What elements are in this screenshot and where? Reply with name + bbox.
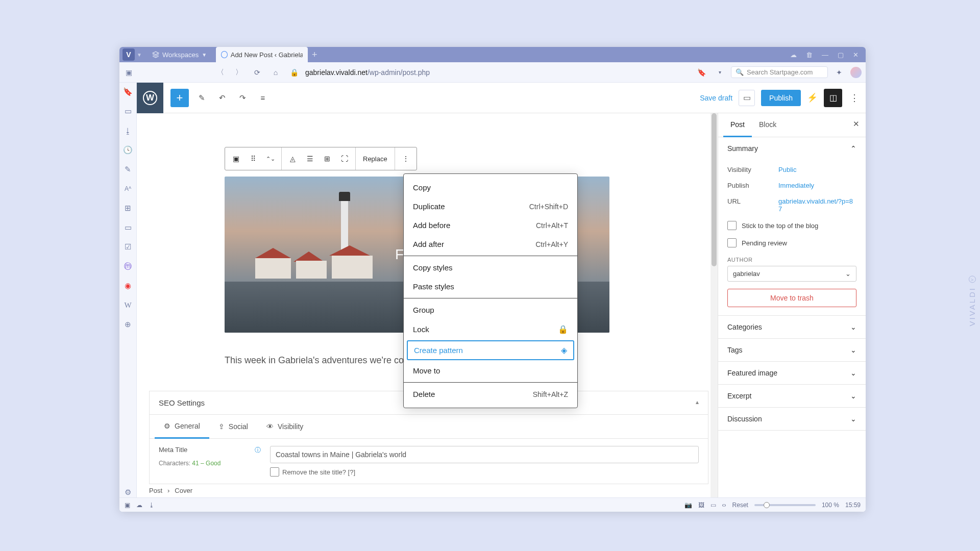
- wikipedia-panel-icon[interactable]: W: [123, 300, 133, 310]
- menu-group[interactable]: Group: [404, 300, 577, 319]
- pending-checkbox[interactable]: [727, 238, 737, 247]
- excerpt-heading[interactable]: Excerpt: [727, 392, 751, 400]
- jetpack-icon[interactable]: ⚡: [807, 92, 818, 103]
- featured-image-heading[interactable]: Featured image: [727, 369, 777, 377]
- profile-avatar[interactable]: [850, 67, 862, 78]
- redo-button[interactable]: ↷: [235, 90, 250, 106]
- workspaces-button[interactable]: Workspaces ▼: [147, 49, 212, 61]
- reading-list-icon[interactable]: ▭: [123, 106, 133, 116]
- zoom-slider[interactable]: [754, 504, 816, 506]
- block-type-icon[interactable]: ▣: [229, 152, 242, 165]
- wp-logo[interactable]: W: [137, 83, 163, 113]
- vivaldi-menu-caret-icon[interactable]: ▼: [137, 52, 142, 58]
- drag-handle-icon[interactable]: ⠿: [247, 152, 260, 165]
- post-paragraph[interactable]: This week in Gabriela's adventures we're…: [225, 355, 404, 366]
- move-to-trash-button[interactable]: Move to trash: [727, 289, 856, 307]
- downloads-panel-icon[interactable]: ⭳: [123, 126, 133, 136]
- position-icon[interactable]: ☰: [303, 152, 316, 165]
- chevron-down-icon[interactable]: ⌄: [850, 392, 856, 400]
- tasks-panel-icon[interactable]: ☑: [123, 242, 133, 252]
- settings-toggle-button[interactable]: ◫: [824, 89, 842, 107]
- menu-add-before[interactable]: Add beforeCtrl+Alt+T: [404, 216, 577, 235]
- close-button[interactable]: ✕: [853, 51, 859, 59]
- breadcrumb-cover[interactable]: Cover: [175, 487, 192, 494]
- forward-button[interactable]: 〉: [232, 65, 246, 80]
- home-button[interactable]: ⌂: [268, 65, 283, 80]
- chevron-up-icon[interactable]: ⌃: [850, 144, 856, 153]
- caret-icon[interactable]: ▾: [713, 65, 727, 80]
- permalink-link[interactable]: gabrielav.vivaldi.net/?p=87: [778, 197, 856, 213]
- author-select[interactable]: gabrielav⌄: [727, 266, 856, 282]
- extensions-icon[interactable]: ✦: [832, 65, 846, 80]
- seo-tab-visibility[interactable]: 👁Visibility: [257, 415, 312, 438]
- history-panel-icon[interactable]: 🕓: [123, 145, 133, 155]
- seo-tab-social[interactable]: ⇪Social: [209, 415, 257, 438]
- trash-icon[interactable]: 🗑: [806, 51, 813, 59]
- save-draft-button[interactable]: Save draft: [700, 94, 732, 102]
- menu-lock[interactable]: Lock🔒: [404, 319, 577, 339]
- menu-copy[interactable]: Copy: [404, 178, 577, 197]
- replace-button[interactable]: Replace: [360, 155, 390, 163]
- add-block-button[interactable]: +: [170, 89, 189, 107]
- publish-button[interactable]: Publish: [761, 90, 801, 106]
- visibility-link[interactable]: Public: [778, 166, 856, 173]
- menu-move-to[interactable]: Move to: [404, 361, 577, 380]
- chevron-down-icon[interactable]: ⌄: [850, 415, 856, 423]
- bookmarks-panel-icon[interactable]: 🔖: [123, 87, 133, 97]
- back-button[interactable]: 〈: [213, 65, 228, 80]
- notes-panel-icon[interactable]: ✎: [123, 164, 133, 174]
- seo-tab-general[interactable]: ⚙General: [155, 415, 209, 439]
- more-options-button[interactable]: ⋮: [848, 92, 861, 104]
- vivaldi-panel-icon[interactable]: ◉: [123, 281, 133, 291]
- chevron-down-icon[interactable]: ⌄: [850, 323, 856, 331]
- reload-button[interactable]: ⟳: [250, 65, 264, 80]
- breadcrumb-post[interactable]: Post: [149, 487, 162, 494]
- vivaldi-logo-icon[interactable]: V: [122, 48, 135, 61]
- tile-icon[interactable]: ▭: [710, 502, 716, 509]
- sessions-panel-icon[interactable]: ▭: [123, 222, 133, 233]
- code-icon[interactable]: ‹›: [722, 502, 726, 509]
- close-sidebar-button[interactable]: ✕: [853, 119, 860, 129]
- help-icon[interactable]: ⓘ: [255, 446, 261, 455]
- settings-panel-icon[interactable]: ⚙: [123, 487, 133, 497]
- preview-button[interactable]: ▭: [739, 90, 755, 106]
- move-updown-icon[interactable]: ⌃⌄: [264, 152, 277, 165]
- panel-toggle-icon[interactable]: ▣: [125, 502, 130, 509]
- sidebar-tab-post[interactable]: Post: [723, 113, 752, 137]
- panel-toggle-icon[interactable]: ▣: [124, 67, 134, 78]
- remove-sitetitle-checkbox[interactable]: [270, 467, 279, 477]
- sidebar-tab-block[interactable]: Block: [752, 113, 783, 137]
- publish-date-link[interactable]: Immediately: [778, 182, 856, 189]
- fullheight-icon[interactable]: ⛶: [338, 152, 351, 165]
- mastodon-panel-icon[interactable]: ⓜ: [123, 261, 133, 271]
- sync-status-icon[interactable]: ☁: [136, 502, 142, 509]
- translate-panel-icon[interactable]: Aᴬ: [123, 184, 133, 194]
- sticky-checkbox[interactable]: [727, 221, 737, 230]
- alignment-icon[interactable]: ◬: [286, 152, 299, 165]
- document-outline-icon[interactable]: ≡: [255, 90, 271, 106]
- block-options-button[interactable]: ⋮: [399, 152, 412, 165]
- menu-add-after[interactable]: Add afterCtrl+Alt+Y: [404, 235, 577, 254]
- menu-create-pattern[interactable]: Create pattern◈: [407, 340, 574, 360]
- maximize-button[interactable]: ▢: [838, 51, 844, 59]
- bookmark-icon[interactable]: 🔖: [694, 65, 708, 80]
- content-position-icon[interactable]: ⊞: [321, 152, 334, 165]
- sync-cloud-icon[interactable]: ☁: [790, 51, 797, 59]
- menu-delete[interactable]: DeleteShift+Alt+Z: [404, 385, 577, 404]
- discussion-heading[interactable]: Discussion: [727, 415, 762, 423]
- minimize-button[interactable]: —: [822, 51, 828, 59]
- image-toggle-icon[interactable]: 🖼: [698, 502, 704, 509]
- chevron-down-icon[interactable]: ⌄: [850, 346, 856, 354]
- lock-icon[interactable]: 🔒: [287, 65, 301, 80]
- new-tab-button[interactable]: +: [312, 49, 317, 60]
- search-box[interactable]: 🔍 Search Startpage.com: [731, 66, 828, 78]
- collapse-panel-icon[interactable]: ▴: [696, 398, 699, 407]
- chevron-down-icon[interactable]: ⌄: [850, 369, 856, 377]
- tags-heading[interactable]: Tags: [727, 346, 743, 354]
- undo-button[interactable]: ↶: [214, 90, 230, 106]
- menu-duplicate[interactable]: DuplicateCtrl+Shift+D: [404, 197, 577, 216]
- zoom-reset-button[interactable]: Reset: [732, 502, 748, 509]
- categories-heading[interactable]: Categories: [727, 323, 762, 331]
- menu-copy-styles[interactable]: Copy styles: [404, 258, 577, 277]
- browser-tab[interactable]: Add New Post ‹ Gabriela's -: [216, 47, 308, 62]
